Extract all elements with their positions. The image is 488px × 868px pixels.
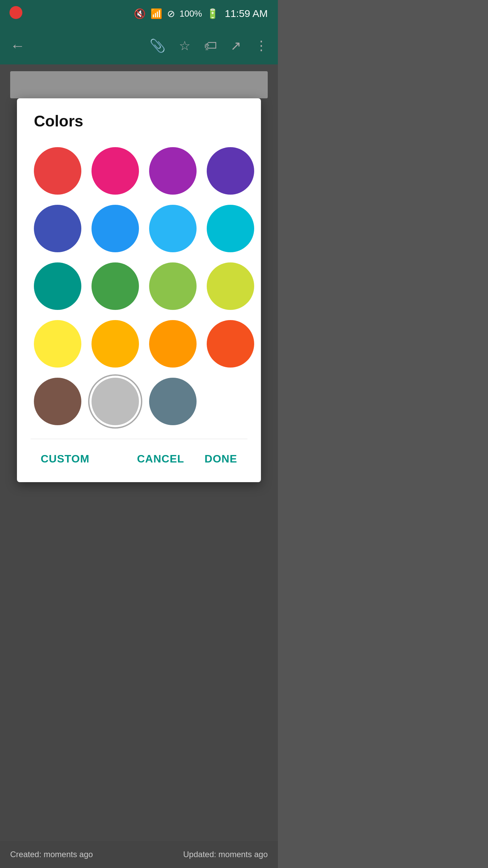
color-swatch-green[interactable]: [92, 262, 139, 310]
color-swatch-amber[interactable]: [92, 320, 139, 368]
color-picker-dialog: Colors: [17, 98, 261, 482]
cancel-button[interactable]: CANCEL: [130, 449, 191, 469]
dialog-actions: CUSTOM CANCEL DONE: [30, 442, 247, 472]
bottom-status-bar: Created: moments ago Updated: moments ag…: [0, 841, 278, 868]
color-swatch-gray[interactable]: [92, 378, 139, 425]
color-swatch-orange[interactable]: [149, 320, 197, 368]
toolbar: ← 📎 ☆ 🏷 ↗ ⋮: [0, 27, 278, 64]
red-dot-icon: [9, 6, 22, 19]
color-swatch-red[interactable]: [34, 147, 81, 195]
color-swatch-blue-gray[interactable]: [149, 378, 197, 425]
toolbar-actions: 📎 ☆ 🏷 ↗ ⋮: [149, 38, 268, 53]
attachment-icon[interactable]: 📎: [149, 38, 165, 53]
done-button[interactable]: DONE: [198, 449, 244, 469]
battery-text: 100%: [180, 8, 202, 19]
color-swatch-pink[interactable]: [92, 147, 139, 195]
background-content: Colors: [0, 64, 278, 868]
custom-button[interactable]: CUSTOM: [34, 449, 96, 469]
status-icons: 🔇 📶 ⊘ 100% 🔋: [134, 8, 219, 19]
color-swatch-lime[interactable]: [207, 262, 254, 310]
color-grid-placeholder: [207, 378, 254, 425]
dialog-title: Colors: [30, 112, 247, 130]
color-swatch-purple-medium[interactable]: [149, 147, 197, 195]
color-grid: [30, 144, 247, 378]
more-icon[interactable]: ⋮: [255, 38, 268, 53]
color-swatch-blue[interactable]: [92, 205, 139, 252]
status-bar: 🔇 📶 ⊘ 100% 🔋 11:59 AM: [0, 0, 278, 27]
color-swatch-indigo[interactable]: [34, 205, 81, 252]
color-swatch-light-blue[interactable]: [149, 205, 197, 252]
updated-text: Updated: moments ago: [183, 850, 268, 859]
color-swatch-deep-orange[interactable]: [207, 320, 254, 368]
dialog-overlay: Colors: [0, 64, 278, 868]
color-swatch-yellow[interactable]: [34, 320, 81, 368]
color-swatch-teal[interactable]: [34, 262, 81, 310]
color-swatch-purple-dark[interactable]: [207, 147, 254, 195]
color-swatch-light-green[interactable]: [149, 262, 197, 310]
share-icon[interactable]: ↗: [230, 38, 241, 53]
color-grid-last: [30, 378, 247, 432]
color-swatch-brown[interactable]: [34, 378, 81, 425]
wifi-icon: 📶: [150, 8, 162, 19]
battery-icon: 🔋: [207, 8, 219, 19]
mute-icon: 🔇: [134, 8, 146, 19]
color-swatch-cyan[interactable]: [207, 205, 254, 252]
dialog-divider: [30, 439, 247, 439]
back-button[interactable]: ←: [10, 37, 25, 54]
no-icon: ⊘: [167, 8, 175, 19]
clock: 11:59 AM: [225, 8, 268, 19]
created-text: Created: moments ago: [10, 850, 93, 859]
star-icon[interactable]: ☆: [179, 38, 190, 53]
tag-icon[interactable]: 🏷: [204, 39, 217, 53]
